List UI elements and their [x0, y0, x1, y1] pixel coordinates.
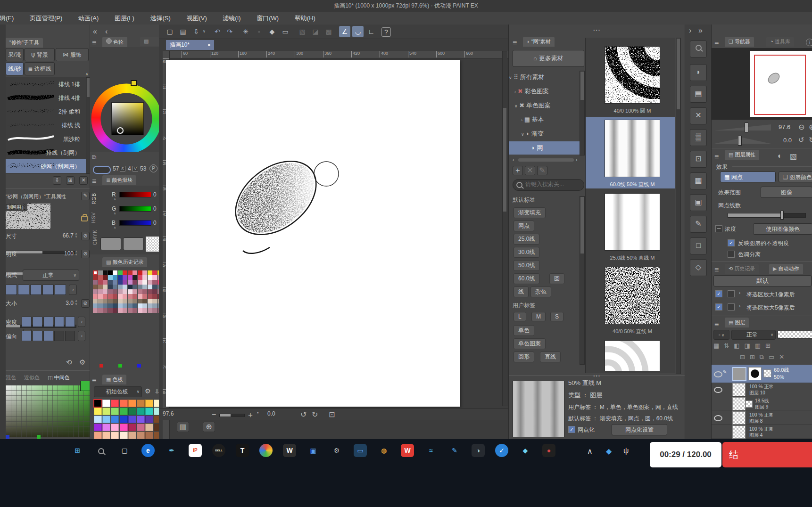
history-color-swatch[interactable]: [148, 289, 152, 294]
palette-color-swatch[interactable]: [145, 424, 153, 431]
history-color-swatch[interactable]: [152, 275, 157, 280]
history-color-swatch[interactable]: [113, 299, 117, 303]
brightness-dynamics-icon[interactable]: ⊘: [81, 250, 90, 258]
help-icon[interactable]: ?: [381, 27, 391, 37]
snap-grid-icon[interactable]: ∟: [365, 26, 377, 37]
history-color-swatch[interactable]: [93, 275, 98, 280]
tab-navigator[interactable]: ❏ 导航器: [725, 37, 754, 47]
history-color-swatch[interactable]: [128, 280, 133, 285]
blur-tool-icon[interactable]: ▫: [253, 26, 265, 37]
rotate-cw-icon[interactable]: ↻: [312, 410, 318, 419]
statusbar-zoom-value[interactable]: 97.6: [163, 410, 174, 417]
palette-color-swatch[interactable]: [137, 400, 145, 407]
folder-pattern-icon[interactable]: ▦: [690, 172, 707, 189]
sv-cursor[interactable]: [117, 127, 124, 134]
expand-icon[interactable]: ›: [739, 290, 740, 295]
history-color-swatch[interactable]: [142, 270, 147, 275]
palette-color-swatch[interactable]: [128, 408, 136, 415]
layer-mask-thumbnail[interactable]: [748, 367, 762, 380]
undo-icon[interactable]: ↶: [212, 26, 223, 37]
history-color-swatch[interactable]: [118, 308, 123, 313]
redo-icon[interactable]: ↷: [224, 26, 235, 37]
preset-strength-row[interactable]: ›: [6, 285, 77, 297]
palette-color-swatch[interactable]: [111, 432, 119, 439]
layer-thumbnail[interactable]: [732, 397, 746, 410]
category-border-line[interactable]: ≣ 边框线: [25, 62, 55, 75]
history-color-swatch[interactable]: [103, 294, 108, 299]
visibility-eye-icon[interactable]: [714, 387, 722, 393]
tab-color-set[interactable]: ▦ 色板: [102, 375, 126, 384]
posterize-checkbox[interactable]: [728, 251, 735, 258]
taskbar-app-icon[interactable]: ◍: [377, 444, 390, 457]
brush-sand-mesh-selected[interactable]: 砂网（刮网用）: [6, 159, 86, 173]
scroll-up-icon[interactable]: ∧: [85, 72, 89, 76]
action-set-dropdown[interactable]: 默认: [713, 275, 812, 286]
brush-2row-soft[interactable]: 2排 柔和: [6, 105, 86, 119]
history-color-swatch[interactable]: [98, 299, 103, 303]
collapse-left2-icon[interactable]: ‹: [105, 27, 108, 36]
history-color-swatch[interactable]: [113, 289, 117, 294]
tab-color-history[interactable]: ▤ 颜色历史记录: [102, 257, 147, 267]
tab-layers[interactable]: ▤ 图层: [725, 318, 749, 327]
crop-frame-icon[interactable]: ▭: [280, 26, 291, 37]
folder-image-icon[interactable]: ▣: [690, 194, 707, 211]
palette-color-swatch[interactable]: [120, 400, 128, 407]
panel-menu-icon[interactable]: ≡: [714, 266, 719, 274]
layer-row-selected[interactable]: ✎ 60.0线 50%: [712, 365, 812, 383]
material-list-scrollbar[interactable]: [676, 38, 681, 374]
taskbar-app-icon[interactable]: ✓: [495, 444, 508, 457]
history-color-swatch[interactable]: [152, 280, 157, 285]
history-color-swatch[interactable]: [133, 303, 137, 308]
tab-mix-color[interactable]: 混色: [6, 375, 16, 380]
palette-color-swatch[interactable]: [120, 408, 128, 415]
palette-color-swatch[interactable]: [145, 416, 153, 423]
zoom-in-icon[interactable]: ＋: [247, 410, 254, 420]
expander-icon[interactable]: ›: [521, 114, 522, 126]
tone-lines-handle[interactable]: [780, 211, 784, 220]
taskbar-app-icon[interactable]: W: [283, 444, 296, 457]
panel-menu-icon[interactable]: ≡: [92, 177, 96, 186]
tag-s[interactable]: S: [550, 312, 563, 321]
material-search-shortcut-icon[interactable]: [690, 41, 707, 57]
history-color-swatch[interactable]: [138, 299, 142, 303]
history-color-swatch[interactable]: [93, 285, 98, 289]
subview-icon[interactable]: ▧: [790, 152, 797, 161]
history-color-swatch[interactable]: [142, 275, 147, 280]
rotate-ccw-icon[interactable]: ↺: [300, 410, 307, 419]
history-color-swatch[interactable]: [108, 280, 113, 285]
history-color-swatch[interactable]: [113, 294, 117, 299]
history-color-swatch[interactable]: [118, 303, 123, 308]
history-color-swatch[interactable]: [108, 270, 113, 275]
expander-icon[interactable]: ∨: [514, 99, 518, 112]
taskbar-app-icon[interactable]: ●: [542, 444, 555, 457]
delete-brush-icon[interactable]: ✕: [79, 176, 88, 185]
history-color-swatch[interactable]: [123, 280, 127, 285]
slider-r-bar[interactable]: [119, 192, 151, 197]
expander-icon[interactable]: ∨: [509, 71, 512, 84]
history-color-swatch[interactable]: [113, 285, 117, 289]
history-color-swatch[interactable]: [152, 308, 157, 313]
folder-edit-icon[interactable]: ✎: [690, 216, 707, 233]
history-color-swatch[interactable]: [123, 308, 127, 313]
zoom-out-icon[interactable]: ⊖: [798, 123, 804, 131]
history-color-swatch[interactable]: [103, 275, 108, 280]
expand-icon[interactable]: ›: [69, 285, 77, 295]
history-color-swatch[interactable]: [142, 294, 147, 299]
collapse-right-icon[interactable]: ›: [689, 26, 691, 35]
palette-color-swatch[interactable]: [94, 408, 102, 415]
history-color-swatch[interactable]: [123, 285, 127, 289]
selection-1-icon[interactable]: ▧: [297, 26, 308, 37]
tree-scrollbar[interactable]: [580, 71, 585, 155]
history-color-swatch[interactable]: [93, 270, 98, 275]
palette-color-swatch[interactable]: [102, 400, 110, 407]
selection-2-icon[interactable]: ◪: [310, 26, 321, 37]
history-color-swatch[interactable]: [142, 299, 147, 303]
brush-black-sand[interactable]: 黑沙粒: [6, 132, 86, 146]
history-color-swatch[interactable]: [148, 280, 152, 285]
history-color-swatch[interactable]: [133, 289, 137, 294]
tree-hscrollbar[interactable]: [518, 158, 574, 162]
history-color-swatch[interactable]: [118, 270, 123, 275]
rotate-slider-handle[interactable]: [738, 136, 742, 146]
density-source-dropdown[interactable]: 使用图像颜色: [753, 223, 812, 235]
palette-color-swatch[interactable]: [102, 424, 110, 431]
